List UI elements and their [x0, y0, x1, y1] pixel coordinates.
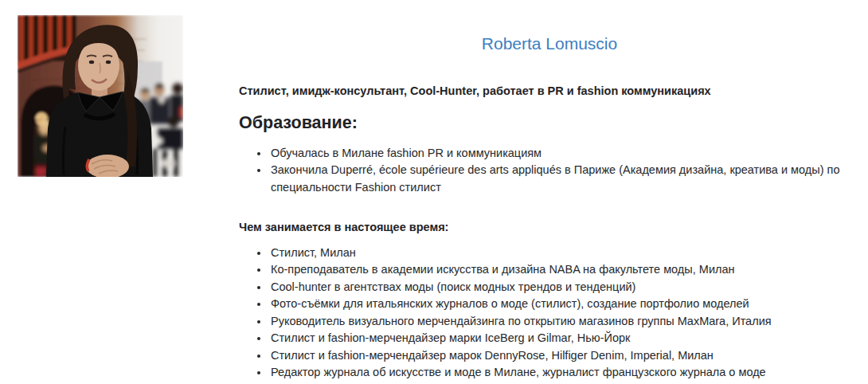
list-item: Стилист и fashion-мерчендайзер марки Ice… — [269, 330, 860, 347]
profile-photo-illustration — [18, 15, 183, 177]
list-item: Ко-преподаватель в академии искусства и … — [269, 261, 860, 279]
current-activities-list: Стилист, МиланКо-преподаватель в академи… — [239, 245, 860, 382]
list-item: Руководитель визуального мерчендайзинга … — [269, 313, 860, 331]
article-page: Roberta Lomuscio Стилист, имидж-консульт… — [0, 0, 868, 384]
page-title: Roberta Lomuscio — [239, 35, 860, 53]
intro-text: Стилист, имидж-консультант, Cool-Hunter,… — [239, 83, 860, 99]
article-content: Roberta Lomuscio Стилист, имидж-консульт… — [239, 0, 860, 382]
current-activities-heading: Чем занимается в настоящее время: — [239, 219, 860, 235]
list-item: Стилист, Милан — [269, 245, 860, 262]
list-item: Редактор журнала об искусстве и моде в М… — [269, 364, 860, 382]
education-list: Обучалась в Милане fashion PR и коммуник… — [239, 145, 860, 197]
list-item: Cool-hunter в агентствах моды (поиск мод… — [269, 279, 860, 296]
list-item: Стилист и fashion-мерчендайзер марок Den… — [269, 347, 860, 365]
education-heading: Образование: — [239, 114, 860, 132]
list-item: Закончила Duperré, école supérieure des … — [269, 162, 860, 196]
list-item: Фото-съёмки для итальянских журналов о м… — [269, 296, 860, 313]
list-item: Обучалась в Милане fashion PR и коммуник… — [269, 145, 860, 163]
profile-photo — [18, 15, 183, 177]
